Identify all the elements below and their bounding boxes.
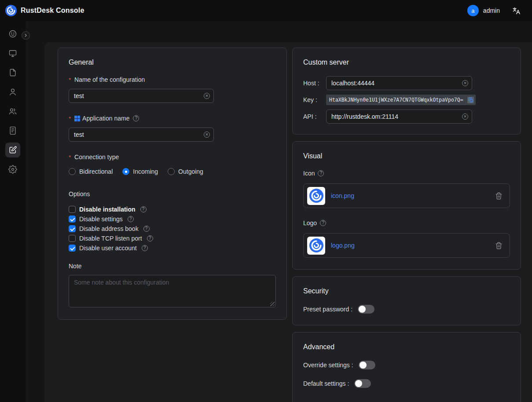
name-input-wrap: ✕ xyxy=(69,89,214,103)
connection-type-label-row: Connection type xyxy=(69,153,276,161)
avatar[interactable]: a xyxy=(467,5,479,16)
logo-file-link[interactable]: logo.png xyxy=(331,242,489,249)
content-panel: General Name of the configuration ✕ Appl… xyxy=(45,42,532,402)
api-row: API : ✕ xyxy=(303,110,510,124)
app-field-label-row: Application name ? xyxy=(69,115,276,122)
override-settings-label: Override settings : xyxy=(303,362,353,369)
radio-label: Incoming xyxy=(133,168,158,175)
checkbox-disable-address-book[interactable]: Disable address book ? xyxy=(69,225,276,232)
user-icon[interactable] xyxy=(5,84,20,99)
help-icon[interactable]: ? xyxy=(318,170,324,176)
api-label: API : xyxy=(303,113,326,120)
help-icon[interactable]: ? xyxy=(142,245,148,251)
override-settings-row: Override settings : xyxy=(303,361,510,369)
help-icon[interactable]: ? xyxy=(143,226,150,232)
sidebar-nav xyxy=(0,21,26,402)
translate-icon[interactable] xyxy=(512,7,521,15)
sidebar-expand-button[interactable] xyxy=(22,31,30,40)
clear-name-icon[interactable]: ✕ xyxy=(204,93,210,99)
clear-host-icon[interactable]: ✕ xyxy=(462,80,468,86)
clear-api-icon[interactable]: ✕ xyxy=(462,113,468,120)
checkbox-box[interactable] xyxy=(69,216,76,223)
username[interactable]: admin xyxy=(483,7,500,14)
default-settings-label: Default settings : xyxy=(303,380,349,387)
checkbox-disable-settings[interactable]: Disable settings ? xyxy=(69,216,276,223)
radio-bidirectional[interactable]: Bidirectional xyxy=(69,168,113,175)
document-icon[interactable] xyxy=(5,65,20,80)
radio-incoming[interactable]: Incoming xyxy=(122,168,158,175)
checkbox-box[interactable] xyxy=(69,225,76,232)
checkbox-label: Disable user account xyxy=(79,245,137,252)
preset-password-label: Preset password : xyxy=(303,306,352,313)
monitor-icon[interactable] xyxy=(5,46,20,61)
radio-circle[interactable] xyxy=(168,168,175,175)
app-shell: General Name of the configuration ✕ Appl… xyxy=(0,21,532,402)
name-field-label-row: Name of the configuration xyxy=(69,76,276,83)
audit-log-icon[interactable] xyxy=(5,123,20,138)
checkbox-label: Disable address book xyxy=(79,225,139,232)
connection-type-label: Connection type xyxy=(74,153,119,161)
gear-icon[interactable] xyxy=(5,162,20,177)
radio-label: Outgoing xyxy=(178,168,203,175)
options-label: Options xyxy=(69,190,276,197)
rustdesk-logo-icon xyxy=(5,5,17,16)
required-asterisk xyxy=(69,115,72,122)
preset-password-row: Preset password : xyxy=(303,305,510,314)
radio-circle[interactable] xyxy=(69,168,76,175)
name-field-label: Name of the configuration xyxy=(74,76,145,83)
checkbox-disable-installation[interactable]: Disable installation ? xyxy=(69,206,276,213)
note-textarea[interactable] xyxy=(69,275,276,307)
checkbox-label: Disable TCP listen port xyxy=(79,235,142,242)
key-field: HtaXBkJNHyn0e1U1jWXze7A7CN7QTGWqxkOtpaVp… xyxy=(326,95,476,105)
checkbox-box[interactable] xyxy=(69,245,76,252)
checkbox-disable-tcp-listen-port[interactable]: Disable TCP listen port ? xyxy=(69,235,276,242)
help-icon[interactable]: ? xyxy=(140,206,147,212)
help-icon[interactable]: ? xyxy=(320,220,326,226)
clear-app-name-icon[interactable]: ✕ xyxy=(204,132,210,138)
edit-icon[interactable] xyxy=(5,143,20,157)
logo-file-item: logo.png xyxy=(303,233,510,258)
host-label: Host : xyxy=(303,80,326,87)
radio-outgoing[interactable]: Outgoing xyxy=(168,168,203,175)
note-section: Note xyxy=(69,263,276,309)
security-card: Security Preset password : xyxy=(292,276,521,325)
icon-file-link[interactable]: icon.png xyxy=(331,192,489,199)
required-asterisk xyxy=(69,153,72,161)
default-settings-row: Default settings : xyxy=(303,379,510,388)
host-input[interactable] xyxy=(326,76,472,90)
top-bar: RustDesk Console a admin xyxy=(0,0,532,21)
icon-file-item: icon.png xyxy=(303,183,510,208)
icon-label-row: Icon ? xyxy=(303,170,510,177)
preset-password-toggle[interactable] xyxy=(358,305,374,314)
application-name-input[interactable] xyxy=(69,128,214,142)
windows-icon xyxy=(74,116,80,121)
help-icon[interactable]: ? xyxy=(147,235,153,241)
api-input[interactable] xyxy=(326,110,472,124)
right-column: Custom server Host : ✕ Key : HtaXBkJN xyxy=(292,48,521,402)
default-settings-toggle[interactable] xyxy=(354,379,371,388)
user-area: a admin xyxy=(467,5,521,16)
icon-thumbnail xyxy=(307,187,325,205)
main-area: General Name of the configuration ✕ Appl… xyxy=(26,21,532,402)
visual-card: Visual Icon ? xyxy=(292,141,521,270)
security-title: Security xyxy=(303,287,510,295)
smiley-icon[interactable] xyxy=(5,26,20,41)
trash-icon[interactable] xyxy=(495,192,503,200)
checkbox-box[interactable] xyxy=(69,235,76,242)
checkbox-box[interactable] xyxy=(69,206,76,213)
required-asterisk xyxy=(69,76,72,83)
trash-icon[interactable] xyxy=(495,242,503,249)
help-icon[interactable]: ? xyxy=(128,216,134,222)
app-field-label: Application name xyxy=(82,115,129,122)
visual-title: Visual xyxy=(303,152,510,160)
checkbox-disable-user-account[interactable]: Disable user account ? xyxy=(69,245,276,252)
users-icon[interactable] xyxy=(5,104,20,119)
override-settings-toggle[interactable] xyxy=(359,361,375,369)
help-icon[interactable]: ? xyxy=(133,115,139,121)
app-input-wrap: ✕ xyxy=(69,128,214,142)
config-name-input[interactable] xyxy=(69,89,214,103)
copy-icon[interactable] xyxy=(467,97,474,103)
checkbox-label: Disable settings xyxy=(79,216,123,223)
general-card: General Name of the configuration ✕ Appl… xyxy=(58,48,287,320)
radio-circle[interactable] xyxy=(122,168,129,175)
